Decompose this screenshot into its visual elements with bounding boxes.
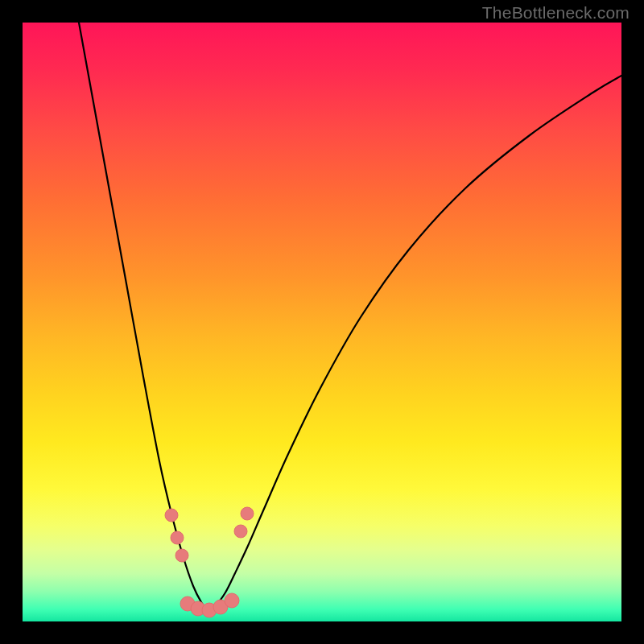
curve-marker <box>225 593 239 608</box>
watermark-text: TheBottleneck.com <box>482 3 630 23</box>
curve-marker <box>234 525 247 538</box>
plot-area <box>23 23 621 621</box>
curve-marker <box>175 549 188 562</box>
bottleneck-curve <box>79 23 621 610</box>
curve-layer <box>23 23 621 621</box>
curve-marker <box>241 507 254 520</box>
curve-marker <box>165 509 178 522</box>
chart-frame: TheBottleneck.com <box>0 0 644 644</box>
curve-marker <box>171 531 184 544</box>
